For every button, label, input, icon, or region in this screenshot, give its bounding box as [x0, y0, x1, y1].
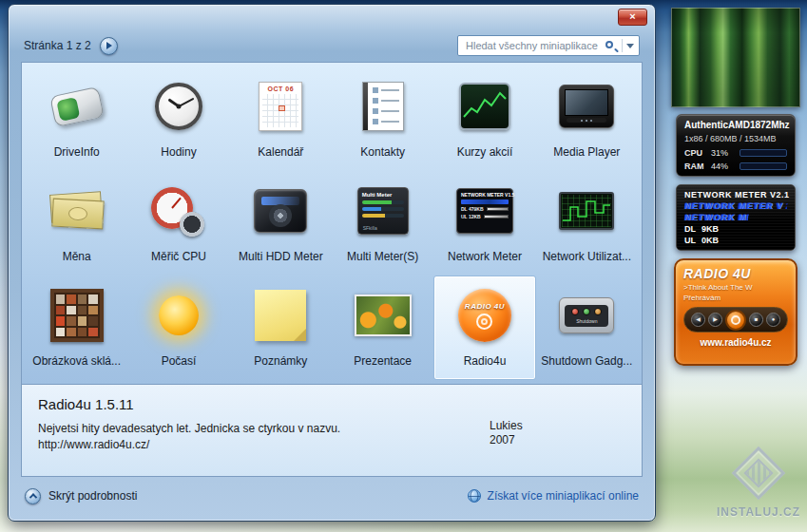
gadget-stocks[interactable]: Kurzy akcií	[433, 66, 535, 171]
network-glitch-line-2: NETWORK METER V 2.1	[683, 213, 748, 222]
radio4u-gadget[interactable]: RADIO 4U >Think About The W Přehrávám ◀ …	[674, 258, 797, 366]
search-box[interactable]	[457, 35, 640, 56]
gadget-contacts[interactable]: Kontakty	[332, 66, 433, 171]
details-title: Radio4u 1.5.11	[38, 396, 625, 412]
driveinfo-icon	[47, 76, 107, 137]
gadget-clock[interactable]: Hodiny	[127, 66, 229, 171]
media-player-icon	[556, 76, 617, 137]
radio-play-button[interactable]: ▶	[708, 313, 722, 327]
hide-details-button[interactable]: Skrýt podrobnosti	[25, 488, 137, 504]
details-description: Nejvetsi hity devadesatych let. Jednicka…	[38, 422, 625, 435]
gadget-label: Network Meter	[448, 250, 522, 263]
currency-icon	[47, 180, 107, 241]
close-button[interactable]: ×	[618, 9, 647, 26]
gadget-label: Obrázková sklá...	[32, 354, 121, 368]
gadget-media-player[interactable]: Media Player	[536, 66, 638, 171]
picture-puzzle-icon	[47, 285, 107, 346]
slideshow-icon	[353, 285, 413, 346]
cpu-info-line: 1x86 / 680MB / 1534MB	[684, 134, 787, 143]
network-meter-dl-text: DL 479KB	[461, 206, 484, 212]
gadget-slideshow[interactable]: Prezentace	[332, 276, 433, 380]
gadget-label: Kalendář	[258, 145, 303, 159]
gadget-calendar[interactable]: OCT 06 Kalendář	[230, 66, 332, 171]
gadget-label: Network Utilizat...	[543, 250, 631, 263]
close-icon: ×	[629, 10, 635, 22]
network-meter-ul-text: UL 12KB	[461, 214, 481, 219]
radio-gadget-url: www.radio4u.cz	[683, 337, 788, 348]
cpu-speed: 1872Mhz	[750, 120, 790, 130]
gadget-picture-puzzle[interactable]: Obrázková sklá...	[26, 276, 127, 380]
weather-sun-icon	[148, 285, 209, 346]
search-dropdown-chevron-icon[interactable]	[626, 44, 634, 48]
network-meter-icon: NETWORK METER V1.5 DL 479KB UL 12KB	[454, 180, 515, 241]
gadget-label: Radio4u	[464, 354, 507, 368]
multi-meter-sub-text: SFkilla	[363, 225, 377, 231]
gadget-network-utilization[interactable]: Network Utilizat...	[536, 171, 638, 276]
ram-value: 44%	[711, 162, 736, 171]
gadget-network-meter[interactable]: NETWORK METER V1.5 DL 479KB UL 12KB Netw…	[433, 171, 535, 276]
search-separator	[622, 39, 623, 52]
upload-value: 0KB	[701, 236, 719, 245]
gadget-currency[interactable]: Měna	[26, 171, 127, 276]
instaluj-watermark: INSTALUJ.CZ	[709, 450, 807, 519]
instaluj-watermark-text: INSTALUJ.CZ	[709, 505, 807, 519]
gadget-label: Počasí	[162, 354, 197, 368]
get-more-gadgets-link[interactable]: Získat více miniaplikací online	[468, 489, 639, 503]
network-utilization-icon	[556, 180, 617, 241]
radio-logo-button[interactable]	[725, 310, 746, 331]
radio-controls-bar: ◀ ▶ ■ ●	[683, 307, 788, 332]
gadget-radio4u[interactable]: RADIO 4U Radio4u	[433, 276, 535, 380]
network-meter-gadget[interactable]: NETWORK METER V2.1 NETWORK METER V 2.1 N…	[676, 184, 796, 251]
radio4u-brand-text: RADIO 4U	[465, 302, 505, 311]
gadget-label: Multi HDD Meter	[239, 250, 323, 263]
photo-slideshow-gadget[interactable]	[671, 8, 800, 107]
globe-icon	[468, 489, 481, 503]
page-indicator: Stránka 1 z 2	[24, 39, 91, 52]
window-titlebar[interactable]: ×	[9, 5, 655, 29]
clock-icon	[148, 76, 209, 137]
details-panel: Radio4u 1.5.11 Nejvetsi hity devadesatyc…	[21, 385, 643, 477]
gadget-label: Hodiny	[161, 145, 196, 159]
search-input[interactable]	[466, 40, 602, 51]
gadget-multi-hdd-meter[interactable]: Multi HDD Meter	[230, 171, 332, 276]
radio-volume-button[interactable]: ●	[766, 313, 780, 327]
gadget-cpu-meter[interactable]: Měřič CPU	[127, 171, 229, 276]
gadget-label: Měna	[63, 250, 91, 263]
gadget-multi-meter[interactable]: Multi Meter SFkilla Multi Meter(S)	[332, 171, 433, 276]
gadget-label: Poznámky	[254, 354, 307, 368]
hdd-meter-icon	[250, 180, 311, 241]
gadget-label: Měřič CPU	[151, 250, 206, 263]
radio-now-playing: >Think About The W	[683, 283, 788, 292]
next-page-button[interactable]	[100, 37, 118, 55]
download-label: DL	[684, 224, 696, 234]
gadget-label: Shutdown Gadg...	[541, 354, 632, 368]
radio-prev-button[interactable]: ◀	[691, 313, 705, 327]
network-meter-title-text: NETWORK METER V1.5	[461, 192, 509, 198]
gadget-weather[interactable]: Počasí	[127, 276, 229, 380]
get-more-label: Získat více miniaplikací online	[488, 489, 639, 503]
gadget-shutdown[interactable]: Shutdown Shutdown Gadg...	[536, 276, 638, 380]
cpu-name: AuthenticAMD	[684, 120, 750, 130]
gadget-notes[interactable]: Poznámky	[230, 276, 332, 380]
details-author-name: Lukies	[490, 419, 523, 433]
multi-meter-title-text: Multi Meter	[362, 192, 404, 198]
details-author-year: 2007	[490, 433, 523, 447]
cpu-label: CPU	[684, 148, 707, 158]
multi-meter-icon: Multi Meter SFkilla	[353, 180, 413, 241]
gadget-gallery-window: × Stránka 1 z 2 DriveInfo H	[8, 4, 656, 522]
cpu-meter-gadget[interactable]: AuthenticAMD 1872Mhz 1x86 / 680MB / 1534…	[676, 114, 796, 177]
network-gadget-title: NETWORK METER V2.1	[684, 190, 787, 200]
radio-stop-button[interactable]: ■	[749, 313, 763, 327]
search-icon[interactable]	[605, 41, 613, 48]
details-url: http://www.radio4u.cz/	[38, 438, 625, 451]
radio-gadget-brand: RADIO 4U	[683, 266, 788, 281]
shutdown-label-text: Shutdown	[576, 318, 597, 324]
network-glitch-line-1: NETWORK METER V 2.1	[683, 201, 787, 211]
gadget-driveinfo[interactable]: DriveInfo	[26, 66, 127, 171]
hide-details-label: Skrýt podrobnosti	[48, 489, 137, 503]
radio4u-rings-icon	[476, 314, 492, 330]
radio-status: Přehrávám	[683, 294, 788, 302]
upload-label: UL	[684, 236, 696, 245]
ram-label: RAM	[684, 162, 707, 171]
gadget-label: Kontakty	[360, 145, 405, 159]
